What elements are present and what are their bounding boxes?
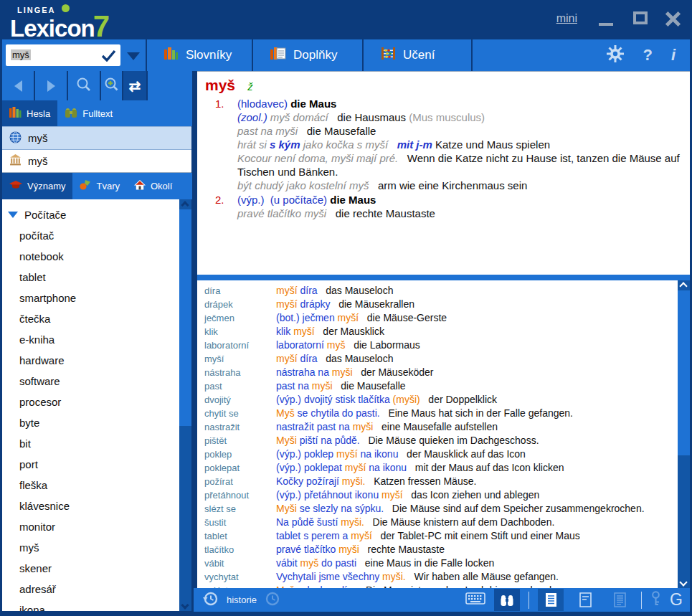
key-icon[interactable]	[650, 591, 661, 610]
collocation-row[interactable]: nastražitnastražit past na myši eine Mau…	[204, 420, 678, 434]
maximize-button[interactable]	[632, 10, 650, 27]
scroll-down-icon[interactable]	[679, 578, 687, 586]
clock-icon[interactable]	[264, 590, 281, 610]
collocation-key[interactable]: poklep	[204, 447, 276, 461]
forward-button[interactable]	[35, 71, 68, 100]
history-icon[interactable]	[202, 590, 219, 610]
close-button[interactable]	[663, 10, 682, 27]
collocation-key[interactable]: požírat	[204, 475, 276, 488]
fulltext-search-button[interactable]	[494, 589, 520, 611]
collocation-row[interactable]: ječmen(bot.) ječmen myší die Mäuse-Gerst…	[204, 311, 678, 325]
word-item[interactable]: ikona	[2, 600, 179, 611]
word-item[interactable]: myš	[2, 537, 179, 558]
wordlist-scrollbar[interactable]	[179, 199, 191, 611]
pane-divider[interactable]	[197, 275, 690, 280]
word-item[interactable]: fleška	[2, 475, 179, 496]
view-full-entry-button[interactable]	[538, 589, 564, 611]
scroll-down-icon[interactable]	[181, 601, 189, 609]
collocation-row[interactable]: šustitNa půdě šustí myši. Die Mäuse knis…	[204, 516, 678, 529]
tab-hesla[interactable]: Hesla	[2, 100, 57, 126]
word-item[interactable]: počítač	[2, 225, 179, 246]
result-item[interactable]: myš	[2, 150, 191, 173]
collocation-row[interactable]: nástrahanástraha na myši der Mäuseköder	[204, 366, 678, 379]
search-confirm-icon[interactable]	[101, 49, 116, 65]
collocation-row[interactable]: vychytatVychytali jsme všechny myši. Wir…	[204, 570, 678, 584]
word-item[interactable]: byte	[2, 412, 179, 433]
view-list-button[interactable]	[607, 589, 632, 611]
word-item[interactable]: adresář	[2, 579, 179, 600]
topic-header[interactable]: Počítače	[2, 204, 179, 225]
collocation-row[interactable]: dvojitý(výp.) dvojitý stisk tlačítka (my…	[204, 393, 678, 407]
collocation-row[interactable]: poklepat(výp.) poklepat myší na ikonu mi…	[204, 461, 678, 475]
tab-okoli[interactable]: Okolí	[127, 173, 179, 199]
word-item[interactable]: skener	[2, 558, 179, 579]
collocation-row[interactable]: vábitvábit myš do pasti eine Maus in die…	[204, 556, 678, 570]
tab-uceni[interactable]: Učení	[364, 39, 471, 71]
word-item[interactable]: tablet	[2, 267, 179, 288]
collocation-key[interactable]: vábit	[204, 556, 276, 570]
word-item[interactable]: procesor	[2, 392, 179, 412]
collocation-row[interactable]: požíratKočky požírají myši. Katzen fress…	[204, 475, 678, 488]
collocation-row[interactable]: myšímyší díra das Mauseloch	[204, 352, 678, 366]
minimize-button[interactable]	[597, 10, 616, 27]
search-value[interactable]: myš	[11, 49, 31, 60]
mini-mode-link[interactable]: mini	[556, 12, 577, 25]
word-item[interactable]: klávesnice	[2, 496, 179, 516]
collocation-key[interactable]: tlačítko	[204, 543, 276, 556]
word-item[interactable]: port	[2, 454, 179, 475]
collocation-row[interactable]: poklep(výp.) poklep myší na ikonu der Ma…	[204, 447, 678, 461]
collocation-row[interactable]: slézt seMyši se slezly na sýpku. Die Mäu…	[204, 502, 678, 516]
scroll-thumb[interactable]	[678, 290, 690, 455]
word-item[interactable]: monitor	[2, 516, 179, 537]
result-item-selected[interactable]: myš	[2, 126, 191, 150]
collocation-row[interactable]: tablettablet s perem a myší der Tablet-P…	[204, 529, 678, 543]
word-item[interactable]: bit	[2, 433, 179, 454]
collocation-row[interactable]: pastpast na myši die Mausefalle	[204, 379, 678, 393]
zoom-in-button[interactable]	[101, 71, 123, 100]
collocations-scrollbar[interactable]	[678, 280, 690, 588]
help-icon[interactable]: ?	[643, 46, 652, 65]
collocation-key[interactable]: slézt se	[204, 502, 276, 516]
collocation-row[interactable]: laboratornílaboratorní myš die Labormaus	[204, 338, 678, 352]
collocation-key[interactable]: nástraha	[204, 366, 276, 379]
history-label[interactable]: historie	[227, 594, 257, 605]
collocation-key[interactable]: laboratorní	[204, 338, 276, 352]
collocation-key[interactable]: nastražit	[204, 420, 276, 434]
collocation-key[interactable]: pištět	[204, 434, 276, 447]
tab-slovniky[interactable]: Slovníky	[147, 39, 252, 71]
collocation-key[interactable]: přetáhnout	[204, 488, 276, 502]
gear-icon[interactable]	[607, 45, 624, 65]
collocation-row[interactable]: drápekmyší drápky die Mäusekrallen	[204, 298, 678, 311]
word-item[interactable]: notebook	[2, 246, 179, 267]
tab-vyznamy[interactable]: Významy	[2, 173, 72, 199]
keyboard-icon[interactable]	[465, 592, 485, 608]
collocation-key[interactable]: klik	[204, 325, 276, 338]
collocation-key[interactable]: poklepat	[204, 461, 276, 475]
collapse-triangle-icon[interactable]	[8, 212, 18, 218]
collocation-key[interactable]: drápek	[204, 298, 276, 311]
back-button[interactable]	[2, 71, 35, 100]
search-input[interactable]: myš	[6, 44, 120, 66]
tab-doplnky[interactable]: Doplňky	[253, 39, 362, 71]
google-lookup-icon[interactable]: G	[670, 590, 683, 610]
word-item[interactable]: software	[2, 371, 179, 392]
collocation-row[interactable]: díramyší díra das Mauseloch	[204, 284, 678, 298]
search-button[interactable]	[68, 71, 101, 100]
scroll-up-icon[interactable]	[181, 201, 189, 209]
word-item[interactable]: hardware	[2, 350, 179, 371]
word-item[interactable]: smartphone	[2, 288, 179, 308]
scroll-up-icon[interactable]	[679, 282, 687, 290]
collocation-row[interactable]: pištětMyši piští na půdě. Die Mäuse quie…	[204, 434, 678, 447]
collocation-row[interactable]: klikklik myší der Mausklick	[204, 325, 678, 338]
collocation-key[interactable]: myší	[204, 352, 276, 366]
collocation-key[interactable]: past	[204, 379, 276, 393]
word-item[interactable]: čtečka	[2, 308, 179, 329]
info-icon[interactable]: i	[671, 46, 676, 65]
collocation-key[interactable]: šustit	[204, 516, 276, 529]
view-short-entry-button[interactable]	[572, 589, 598, 611]
collocation-key[interactable]: díra	[204, 284, 276, 298]
collocation-key[interactable]: vychytat	[204, 570, 276, 584]
scroll-thumb[interactable]	[179, 209, 191, 426]
collocation-key[interactable]: tablet	[204, 529, 276, 543]
collocation-key[interactable]: ječmen	[204, 311, 276, 325]
